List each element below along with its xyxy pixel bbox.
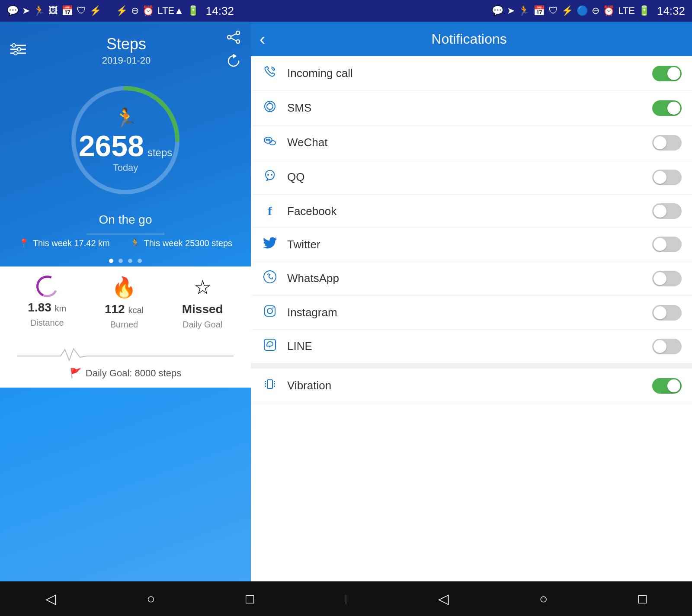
battery-icon-r: 🔋 <box>638 5 650 16</box>
incoming-call-icon <box>261 65 279 82</box>
svg-point-14 <box>267 103 273 109</box>
notif-item-qq: QQ <box>251 160 692 195</box>
alarm-icon-r: ⏰ <box>603 5 615 16</box>
nav-home-right[interactable]: ○ <box>539 591 548 607</box>
activity-icon-r: 🏃 <box>518 5 530 16</box>
steps-title: Steps <box>102 35 151 53</box>
notif-item-wechat: WeChat <box>251 125 692 160</box>
notif-item-facebook: f Facebook <box>251 195 692 228</box>
calories-value: 112 kcal <box>105 302 144 316</box>
notif-item-twitter: Twitter <box>251 228 692 261</box>
steps-panel: Steps 2019-01-20 <box>0 22 251 581</box>
circle-inner: 🏃 2658 steps Today <box>79 107 173 173</box>
share-icon[interactable] <box>227 30 240 47</box>
notifications-panel: ‹ Notifications Incoming call <box>251 22 692 581</box>
facebook-toggle[interactable] <box>652 203 682 219</box>
status-bar-right: 💬 ➤ 🏃 📅 🛡 ⚡ 🔵 ⊖ ⏰ LTE 🔋 14:32 <box>346 4 685 18</box>
whatsapp-toggle[interactable] <box>652 271 682 286</box>
daily-goal-label: Daily Goal <box>183 320 222 330</box>
message-icon: 💬 <box>7 5 19 16</box>
signal-icon: LTE▲ <box>157 5 184 16</box>
svg-point-22 <box>271 174 272 176</box>
run-week-icon: 🏃 <box>130 238 141 248</box>
nav-back-right[interactable]: ◁ <box>438 590 449 607</box>
svg-rect-27 <box>264 339 276 350</box>
distance-value: 1.83 km <box>28 301 66 314</box>
goal-text: 🚩 Daily Goal: 8000 steps <box>70 368 181 379</box>
missed-value: Missed <box>182 302 223 316</box>
shield-icon: 🛡 <box>77 5 86 16</box>
instagram-toggle[interactable] <box>652 305 682 321</box>
vibration-label: Vibration <box>287 379 652 392</box>
steps-header: Steps 2019-01-20 <box>0 22 251 75</box>
steps-date: 2019-01-20 <box>102 55 151 66</box>
activity-icon: 🏃 <box>33 5 45 16</box>
notifications-header: ‹ Notifications <box>251 22 692 56</box>
status-time-left: 14:32 <box>206 4 234 18</box>
svg-point-26 <box>272 308 274 309</box>
twitter-toggle[interactable] <box>652 237 682 252</box>
dot-1[interactable] <box>109 259 113 263</box>
vibration-icon <box>261 377 279 394</box>
goal-stat: ☆ Missed Daily Goal <box>182 276 223 330</box>
notif-separator <box>251 363 692 369</box>
notif-item-sms: SMS <box>251 91 692 125</box>
svg-point-23 <box>264 271 276 283</box>
nav-recents-right[interactable]: □ <box>638 591 647 607</box>
incoming-call-toggle[interactable] <box>652 66 682 81</box>
dot-3[interactable] <box>128 259 132 263</box>
nav-back-left[interactable]: ◁ <box>45 590 56 607</box>
week-distance-label: This week 17.42 km <box>33 238 110 248</box>
svg-rect-28 <box>267 380 272 388</box>
qq-icon <box>261 169 279 186</box>
instagram-icon <box>261 305 279 321</box>
calendar-icon-r: 📅 <box>533 5 545 16</box>
sms-icon <box>261 99 279 116</box>
notif-item-vibration: Vibration <box>251 369 692 403</box>
qq-toggle[interactable] <box>652 170 682 185</box>
bottom-stats: 1.83 km Distance 🔥 112 kcal Burned ☆ Mis… <box>0 266 251 338</box>
notifications-title: Notifications <box>272 31 683 47</box>
whatsapp-icon <box>261 270 279 287</box>
svg-line-9 <box>231 34 236 36</box>
twitter-label: Twitter <box>287 238 652 251</box>
nav-recents-left[interactable]: □ <box>246 591 254 607</box>
dot-4[interactable] <box>138 259 142 263</box>
bluetooth-icon-r: 🔵 <box>577 5 588 16</box>
line-toggle[interactable] <box>652 339 682 354</box>
flash-icon: ⚡ <box>90 5 101 16</box>
battery-icon: 🔋 <box>187 5 199 16</box>
vibration-toggle[interactable] <box>652 378 682 394</box>
notif-item-incoming-call: Incoming call <box>251 56 692 91</box>
wechat-icon <box>261 134 279 151</box>
line-icon <box>261 338 279 354</box>
svg-point-7 <box>227 35 231 39</box>
steps-unit: steps <box>147 147 172 159</box>
notif-item-whatsapp: WhatsApp <box>251 261 692 296</box>
svg-point-8 <box>236 40 240 43</box>
nav-home-left[interactable]: ○ <box>147 591 155 607</box>
refresh-icon[interactable] <box>227 54 240 71</box>
divider <box>86 234 164 234</box>
sms-toggle[interactable] <box>652 100 682 116</box>
svg-line-10 <box>231 38 236 41</box>
header-icons <box>227 30 240 71</box>
line-label: LINE <box>287 340 652 353</box>
distance-stat: 1.83 km Distance <box>28 276 66 328</box>
wechat-toggle[interactable] <box>652 135 682 151</box>
notif-item-line: LINE <box>251 330 692 363</box>
instagram-label: Instagram <box>287 306 652 319</box>
progress-circle-wrapper: 🏃 2658 steps Today <box>65 80 186 201</box>
steps-count: 2658 <box>79 131 144 160</box>
filter-icon[interactable] <box>10 43 26 59</box>
week-steps-label: This week 25300 steps <box>144 238 233 248</box>
calendar-icon: 📅 <box>61 5 73 16</box>
svg-point-5 <box>14 51 17 55</box>
nav-divider: | <box>345 593 347 605</box>
status-bar-left: 💬 ➤ 🏃 🖼 📅 🛡 ⚡ ⚡ ⊖ ⏰ LTE▲ 🔋 14:32 <box>7 4 346 18</box>
back-button[interactable]: ‹ <box>260 29 265 49</box>
qq-label: QQ <box>287 170 652 184</box>
incoming-call-label: Incoming call <box>287 67 652 80</box>
week-steps: 🏃 This week 25300 steps <box>130 238 233 248</box>
dot-2[interactable] <box>119 259 123 263</box>
